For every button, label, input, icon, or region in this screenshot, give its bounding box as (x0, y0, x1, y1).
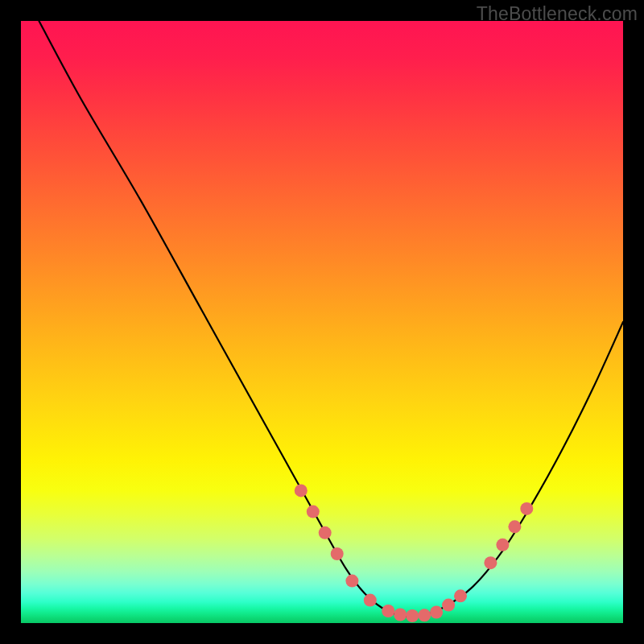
marker-dot (484, 556, 497, 569)
chart-svg (21, 21, 623, 623)
marker-dot (430, 606, 443, 619)
marker-dot (496, 539, 509, 551)
marker-dot (406, 609, 419, 622)
highlight-markers (295, 484, 534, 622)
chart-frame: TheBottleneck.com (0, 0, 644, 644)
marker-dot (319, 526, 332, 539)
marker-dot (442, 599, 455, 612)
marker-dot (418, 609, 431, 621)
bottleneck-curve (39, 21, 623, 617)
curve-layer (39, 21, 623, 617)
marker-dot (345, 575, 358, 588)
marker-dot (454, 589, 467, 602)
marker-dot (508, 520, 521, 533)
marker-dot (520, 502, 533, 515)
marker-dot (364, 594, 377, 607)
watermark-text: TheBottleneck.com (477, 3, 638, 25)
marker-dot (382, 605, 394, 617)
marker-dot (295, 484, 308, 497)
marker-dot (394, 609, 407, 621)
marker-dot (307, 506, 320, 518)
plot-area (21, 21, 623, 623)
marker-dot (331, 547, 344, 560)
